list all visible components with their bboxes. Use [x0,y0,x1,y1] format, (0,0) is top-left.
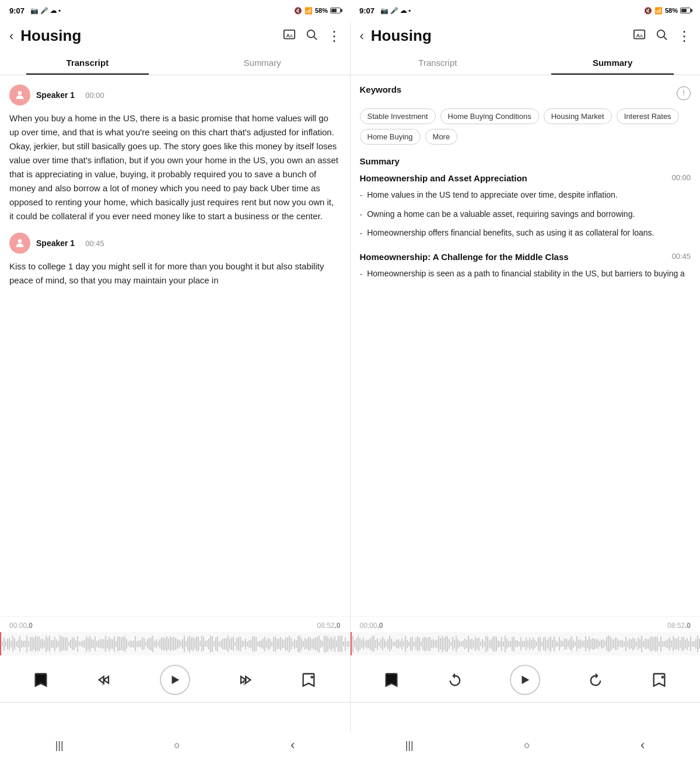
right-search-icon[interactable] [655,28,668,44]
bullet-2-1: - Homeownership is seen as a path to fin… [360,268,691,281]
svg-marker-8 [172,676,179,685]
svg-text:5: 5 [102,682,104,686]
right-tabs: Transcript Summary [351,51,701,75]
left-mute-icon: 🔇 [294,7,302,15]
panels-container: ‹ Housing A A ⋮ [0,21,700,702]
left-status-bar: 9:07 📷 🎤 ☁ • 🔇 📶 58% [0,0,350,21]
right-back-button[interactable]: ‹ [360,29,364,44]
bullet-1-1: - Home values in the US tend to apprecia… [360,189,691,202]
svg-text:A: A [640,33,643,38]
right-status-right: 🔇 📶 58% [644,7,691,15]
right-icons: 📷 🎤 ☁ • [380,7,411,15]
left-tabs: Transcript Summary [0,51,350,75]
right-time: 9:07 [359,6,374,15]
svg-text:A: A [289,33,292,38]
svg-line-16 [664,37,667,40]
right-waveform[interactable] [351,632,701,655]
status-bars: 9:07 📷 🎤 ☁ • 🔇 📶 58% 9:07 📷 🎤 ☁ • 🔇 📶 58… [0,0,700,21]
right-bottom-half [351,703,701,732]
left-bookmark-button[interactable] [33,672,49,688]
left-home-button[interactable]: ○ [174,739,180,752]
summary-block-1: Homeownership and Asset Appreciation 00:… [360,173,691,240]
left-nav-bar: ‹ Housing A A ⋮ [0,21,350,51]
right-tab-summary[interactable]: Summary [525,51,700,75]
avatar-2 [9,233,30,254]
left-battery-pct: 58% [315,7,328,14]
left-font-icon[interactable]: A A [283,28,296,44]
speaker-row-2: Speaker 1 00:45 [9,233,341,254]
left-menu-button[interactable]: ||| [55,739,64,752]
left-play-button[interactable] [160,665,190,695]
transcript-text-1: When you buy a home in the US, there is … [9,111,341,223]
left-more-icon[interactable]: ⋮ [327,28,341,44]
left-rewind-button[interactable]: 5 [96,672,113,688]
right-more-icon[interactable]: ⋮ [677,28,691,44]
right-add-bookmark-button[interactable] [651,672,667,688]
right-rewind-button[interactable]: 5 [447,672,463,688]
right-battery-pct: 58% [665,7,678,14]
right-font-icon[interactable]: A A [633,28,646,44]
tag-home-buying[interactable]: Home Buying [360,129,421,145]
left-nav-icons: A A ⋮ [283,28,341,44]
left-tab-summary[interactable]: Summary [175,51,350,75]
left-back-nav-button[interactable]: ‹ [290,738,295,753]
right-start-time: 00:00.0 [360,622,383,630]
right-title: Housing [371,27,626,45]
left-player-area: 00:00.0 08:52.0 [0,616,350,702]
right-wifi-icon: 📶 [654,7,663,15]
summary-block-1-header: Homeownership and Asset Appreciation 00:… [360,173,691,183]
left-add-bookmark-button[interactable] [300,672,317,688]
speaker-time-2: 00:45 [85,239,104,248]
svg-line-4 [314,37,317,40]
svg-text:5: 5 [453,679,455,683]
right-nav-icons: A A ⋮ [633,28,691,44]
svg-point-5 [18,91,22,95]
tag-home-buying-conditions[interactable]: Home Buying Conditions [440,108,539,124]
left-panel: ‹ Housing A A ⋮ [0,21,351,702]
tag-more[interactable]: More [425,129,458,145]
left-search-icon[interactable] [305,28,318,44]
left-time: 9:07 [9,6,24,15]
keywords-info-row: Keywords ! [360,85,691,101]
speaker-time-1: 00:00 [85,91,104,100]
speaker-name-2: Speaker 1 [36,238,75,248]
right-nav-bar: ‹ Housing A A ⋮ [351,21,701,51]
left-battery-icon [330,8,341,13]
summary-label: Summary [360,156,691,166]
right-controls: 5 5 [351,658,701,702]
bottom-nav [0,702,700,732]
right-content: Keywords ! Stable Investment Home Buying… [351,75,701,616]
keywords-section: Keywords ! Stable Investment Home Buying… [360,85,691,145]
svg-text:5: 5 [243,682,246,686]
right-home-button[interactable]: ○ [524,739,530,752]
left-forward-button[interactable]: 5 [237,672,253,688]
right-menu-button[interactable]: ||| [405,739,414,752]
svg-marker-18 [522,676,530,685]
right-end-time: 08:52.0 [667,622,691,630]
left-status-right: 🔇 📶 58% [294,7,341,15]
left-system-nav: ||| ○ ‹ [0,732,350,758]
avatar-1 [9,85,30,106]
left-icons: 📷 🎤 ☁ • [30,7,61,15]
right-bookmark-button[interactable] [383,672,400,688]
summary-block-1-title: Homeownership and Asset Appreciation [360,173,667,183]
summary-block-1-time: 00:00 [671,173,691,182]
left-tab-transcript[interactable]: Transcript [0,51,175,75]
tag-interest-rates[interactable]: Interest Rates [617,108,679,124]
keywords-info-icon[interactable]: ! [677,86,691,100]
right-play-button[interactable] [510,665,540,695]
right-tab-transcript[interactable]: Transcript [351,51,526,75]
right-forward-button[interactable]: 5 [587,672,604,688]
left-back-button[interactable]: ‹ [9,29,13,44]
keywords-label: Keywords [360,85,402,94]
right-back-nav-button[interactable]: ‹ [640,738,645,753]
svg-point-6 [18,239,22,243]
tag-stable-investment[interactable]: Stable Investment [360,108,436,124]
summary-block-2-header: Homeownership: A Challenge for the Middl… [360,252,691,262]
left-wifi-icon: 📶 [304,7,313,15]
left-waveform[interactable] [0,632,350,655]
right-playhead [351,632,352,655]
right-mute-icon: 🔇 [644,7,652,15]
tag-housing-market[interactable]: Housing Market [544,108,612,124]
left-time-row: 00:00.0 08:52.0 [0,617,350,632]
